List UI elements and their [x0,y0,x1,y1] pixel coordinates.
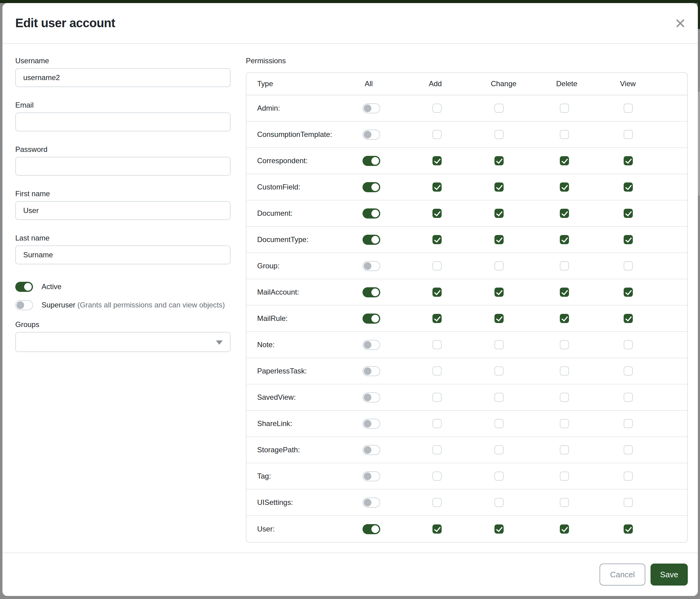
permission-add-checkbox[interactable] [432,445,442,454]
active-toggle[interactable] [15,282,33,292]
permission-change-checkbox[interactable] [495,524,504,534]
permission-add-checkbox[interactable] [432,314,442,323]
permission-delete-checkbox[interactable] [560,445,569,454]
email-field[interactable] [15,113,231,131]
permission-view-checkbox[interactable] [624,366,633,376]
permission-all-toggle[interactable] [362,340,380,350]
permission-view-checkbox[interactable] [624,130,633,139]
permission-change-checkbox[interactable] [495,261,504,270]
permission-change-checkbox[interactable] [495,393,504,402]
permission-all-toggle[interactable] [362,498,380,508]
page-scrollbar-thumb[interactable] [698,92,700,196]
permission-delete-checkbox[interactable] [560,209,569,218]
groups-select[interactable] [15,332,231,352]
permission-view-checkbox[interactable] [624,209,633,218]
permission-change-checkbox[interactable] [495,472,504,481]
permission-all-toggle[interactable] [362,103,380,113]
permission-change-checkbox[interactable] [495,156,504,165]
permission-change-checkbox[interactable] [495,235,504,244]
permission-view-checkbox[interactable] [624,183,633,192]
permission-all-toggle[interactable] [362,471,380,481]
close-icon[interactable]: × [675,14,686,32]
first-name-label: First name [15,190,231,198]
permission-all-toggle[interactable] [362,314,380,324]
permission-delete-checkbox[interactable] [560,288,569,297]
permission-all-toggle[interactable] [362,524,380,534]
permission-delete-checkbox[interactable] [560,524,569,534]
permission-delete-checkbox[interactable] [560,419,569,428]
permission-add-checkbox[interactable] [432,472,442,481]
permission-all-toggle[interactable] [362,366,380,376]
permission-add-checkbox[interactable] [432,419,442,428]
permission-view-checkbox[interactable] [624,498,633,507]
permission-all-toggle[interactable] [362,261,380,271]
permission-add-checkbox[interactable] [432,183,442,192]
permission-all-toggle[interactable] [362,445,380,455]
permission-change-checkbox[interactable] [495,419,504,428]
permission-view-checkbox[interactable] [624,472,633,481]
permission-add-checkbox[interactable] [432,366,442,376]
permission-delete-checkbox[interactable] [560,498,569,507]
permission-all-toggle[interactable] [362,182,380,192]
permission-change-checkbox[interactable] [495,209,504,218]
permission-change-checkbox[interactable] [495,130,504,139]
permission-change-checkbox[interactable] [495,103,504,113]
permission-row: CustomField: [247,174,687,200]
permission-delete-checkbox[interactable] [560,314,569,323]
save-button[interactable]: Save [651,564,688,585]
modal-header: Edit user account × [2,3,698,44]
permission-view-checkbox[interactable] [624,445,633,454]
permission-delete-checkbox[interactable] [560,183,569,192]
permission-add-checkbox[interactable] [432,103,442,113]
permission-view-checkbox[interactable] [624,314,633,323]
permission-add-checkbox[interactable] [432,340,442,349]
permission-view-checkbox[interactable] [624,156,633,165]
permission-change-checkbox[interactable] [495,314,504,323]
cancel-button[interactable]: Cancel [600,564,645,585]
last-name-field[interactable] [15,245,231,264]
first-name-field[interactable] [15,201,231,220]
permission-delete-checkbox[interactable] [560,393,569,402]
permission-view-checkbox[interactable] [624,235,633,244]
permission-all-toggle[interactable] [362,235,380,245]
permission-view-checkbox[interactable] [624,419,633,428]
permission-view-checkbox[interactable] [624,261,633,270]
permission-view-checkbox[interactable] [624,288,633,297]
permission-change-checkbox[interactable] [495,498,504,507]
permission-all-toggle[interactable] [362,156,380,166]
permission-change-checkbox[interactable] [495,445,504,454]
permission-view-checkbox[interactable] [624,340,633,349]
permission-add-checkbox[interactable] [432,288,442,297]
permission-view-checkbox[interactable] [624,393,633,402]
permission-delete-checkbox[interactable] [560,156,569,165]
permission-delete-checkbox[interactable] [560,130,569,139]
permission-view-checkbox[interactable] [624,524,633,534]
permission-add-checkbox[interactable] [432,235,442,244]
permission-delete-checkbox[interactable] [560,103,569,113]
password-field[interactable] [15,157,231,176]
permission-change-checkbox[interactable] [495,366,504,376]
permission-all-toggle[interactable] [362,419,380,429]
permission-add-checkbox[interactable] [432,393,442,402]
username-field[interactable] [15,68,231,87]
permission-add-checkbox[interactable] [432,209,442,218]
permission-change-checkbox[interactable] [495,183,504,192]
superuser-toggle[interactable] [15,300,33,310]
permission-all-toggle[interactable] [362,209,380,218]
permission-add-checkbox[interactable] [432,498,442,507]
permission-delete-checkbox[interactable] [560,340,569,349]
permission-add-checkbox[interactable] [432,156,442,165]
permission-add-checkbox[interactable] [432,130,442,139]
permission-delete-checkbox[interactable] [560,261,569,270]
permission-add-checkbox[interactable] [432,261,442,270]
permission-all-toggle[interactable] [362,392,380,403]
permission-view-checkbox[interactable] [624,103,633,113]
permission-delete-checkbox[interactable] [560,472,569,481]
permission-all-toggle[interactable] [362,287,380,297]
permission-change-checkbox[interactable] [495,340,504,349]
permission-change-checkbox[interactable] [495,288,504,297]
permission-delete-checkbox[interactable] [560,366,569,376]
permission-all-toggle[interactable] [362,129,380,140]
permission-delete-checkbox[interactable] [560,235,569,244]
permission-add-checkbox[interactable] [432,524,442,534]
